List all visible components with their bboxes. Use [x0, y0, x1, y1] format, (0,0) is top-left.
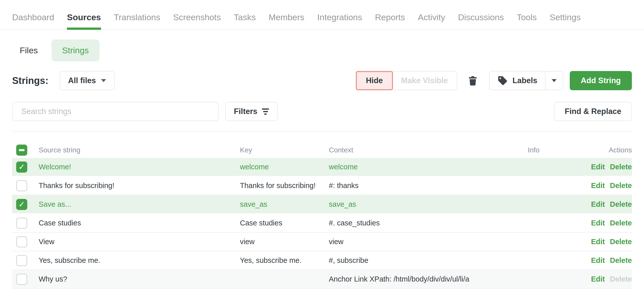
visibility-toggle: Hide Make Visible [356, 71, 458, 90]
source-string-cell: Yes, subscribe me. [39, 256, 240, 265]
filter-icon [262, 108, 269, 115]
search-strings-input[interactable] [12, 102, 219, 121]
context-cell: Anchor Link XPath: /html/body/div/div/ul… [329, 275, 492, 283]
row-checkbox[interactable] [16, 199, 27, 210]
nav-tab-integrations[interactable]: Integrations [317, 12, 362, 29]
search-row: Filters Find & Replace [12, 102, 632, 121]
context-cell: #: thanks [329, 181, 492, 190]
edit-link[interactable]: Edit [591, 200, 605, 209]
find-replace-button[interactable]: Find & Replace [554, 102, 632, 121]
nav-tab-reports[interactable]: Reports [375, 12, 405, 29]
col-header-info: Info [492, 146, 580, 154]
edit-link[interactable]: Edit [591, 275, 605, 283]
subtab-files[interactable]: Files [20, 45, 38, 55]
edit-link[interactable]: Edit [591, 181, 605, 190]
table-row: Thanks for subscribing! Thanks for subsc… [12, 177, 632, 195]
toolbar-actions: Hide Make Visible [356, 71, 632, 90]
source-string-cell: Welcome! [39, 163, 240, 171]
table-row: Yes, subscribe me. Yes, subscribe me. #,… [12, 251, 632, 270]
table-row: Case studies Case studies #. case_studie… [12, 214, 632, 233]
source-string-cell: Thanks for subscribing! [39, 181, 240, 190]
delete-link: Delete [610, 275, 632, 283]
nav-tab-members[interactable]: Members [268, 12, 304, 29]
delete-strings-button[interactable] [467, 74, 479, 87]
context-cell: #. case_studies [329, 219, 492, 227]
table-row: Why us? Anchor Link XPath: /html/body/di… [12, 270, 632, 289]
table-header-row: Source string Key Context Info Actions [12, 142, 632, 158]
add-string-button[interactable]: Add String [570, 71, 632, 90]
key-cell: view [240, 238, 329, 246]
edit-link[interactable]: Edit [591, 256, 605, 265]
row-checkbox[interactable] [16, 255, 27, 266]
col-header-source: Source string [39, 146, 240, 154]
edit-link[interactable]: Edit [591, 163, 605, 171]
delete-link[interactable]: Delete [610, 181, 632, 190]
labels-button[interactable]: Labels [490, 72, 545, 90]
tag-icon [497, 75, 508, 86]
context-cell: save_as [329, 200, 492, 209]
delete-link[interactable]: Delete [610, 256, 632, 265]
strings-table: Source string Key Context Info Actions W… [12, 142, 632, 289]
trash-icon [467, 74, 479, 87]
labels-dropdown-toggle[interactable] [545, 72, 563, 90]
filters-button-label: Filters [234, 107, 257, 116]
table-row: Welcome! welcome welcome Edit Delete [12, 158, 632, 177]
nav-tab-translations[interactable]: Translations [114, 12, 160, 29]
file-filter-dropdown[interactable]: All files [60, 71, 115, 90]
delete-link[interactable]: Delete [610, 163, 632, 171]
chevron-down-icon [101, 79, 106, 82]
nav-tab-tools[interactable]: Tools [517, 12, 537, 29]
nav-tab-settings[interactable]: Settings [550, 12, 581, 29]
page-title: Strings: [12, 75, 48, 86]
edit-link[interactable]: Edit [591, 238, 605, 246]
nav-tab-screenshots[interactable]: Screenshots [173, 12, 221, 29]
edit-link[interactable]: Edit [591, 219, 605, 227]
filters-button[interactable]: Filters [225, 102, 278, 121]
strings-toolbar: Strings: All files Hide Make Visible [12, 71, 632, 90]
row-checkbox[interactable] [16, 218, 27, 229]
row-checkbox[interactable] [16, 161, 27, 173]
select-all-checkbox[interactable] [16, 145, 27, 156]
delete-link[interactable]: Delete [610, 200, 632, 209]
key-cell: Thanks for subscribing! [240, 181, 329, 190]
chevron-down-icon [552, 79, 557, 82]
project-page: Dashboard Sources Translations Screensho… [0, 0, 644, 300]
source-string-cell: View [39, 238, 240, 246]
subtab-strings[interactable]: Strings [52, 39, 100, 61]
file-filter-value: All files [68, 76, 96, 85]
table-row: View view view Edit Delete [12, 233, 632, 251]
row-checkbox[interactable] [16, 274, 27, 285]
make-visible-button: Make Visible [392, 71, 458, 90]
nav-tab-activity[interactable]: Activity [418, 12, 445, 29]
key-cell: Case studies [240, 219, 329, 227]
row-checkbox[interactable] [16, 180, 27, 191]
table-row: Save as... save_as save_as Edit Delete [12, 195, 632, 214]
context-cell: #, subscribe [329, 256, 492, 265]
col-header-key: Key [240, 146, 329, 154]
source-string-cell: Case studies [39, 219, 240, 227]
labels-button-group: Labels [489, 71, 563, 90]
row-checkbox[interactable] [16, 236, 27, 247]
delete-link[interactable]: Delete [610, 219, 632, 227]
source-string-cell: Why us? [39, 275, 240, 283]
source-string-cell: Save as... [39, 200, 240, 209]
context-cell: view [329, 238, 492, 246]
labels-button-label: Labels [512, 76, 537, 85]
project-nav: Dashboard Sources Translations Screensho… [0, 0, 644, 30]
key-cell: welcome [240, 163, 329, 171]
nav-tab-tasks[interactable]: Tasks [234, 12, 256, 29]
hide-button[interactable]: Hide [356, 71, 393, 90]
nav-tab-discussions[interactable]: Discussions [458, 12, 504, 29]
nav-tab-sources[interactable]: Sources [67, 12, 101, 29]
key-cell: save_as [240, 200, 329, 209]
context-cell: welcome [329, 163, 492, 171]
key-cell: Yes, subscribe me. [240, 256, 329, 265]
sources-subtabs: Files Strings [12, 39, 632, 61]
delete-link[interactable]: Delete [610, 238, 632, 246]
col-header-context: Context [329, 146, 492, 154]
divider [12, 131, 632, 132]
nav-tab-dashboard[interactable]: Dashboard [12, 12, 54, 29]
col-header-actions: Actions [580, 146, 632, 154]
